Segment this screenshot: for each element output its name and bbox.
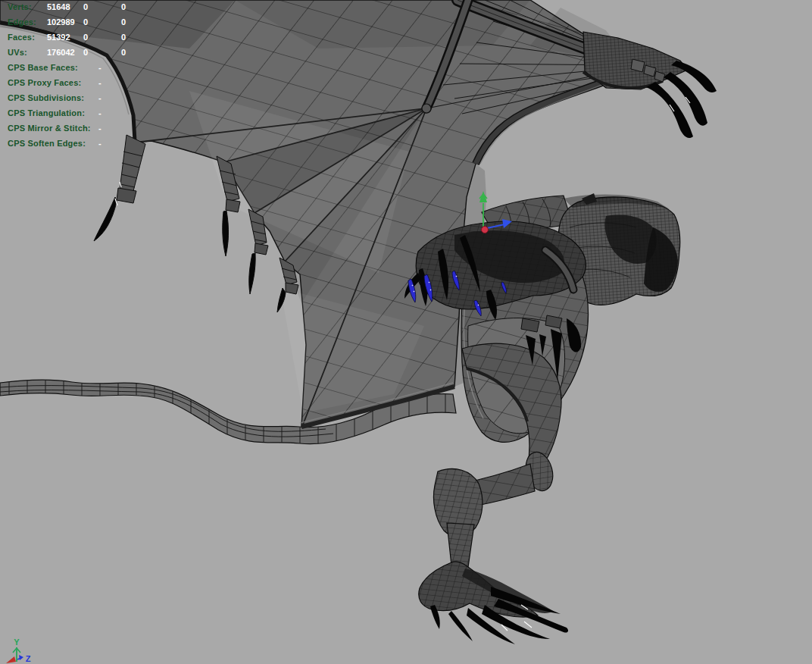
finger-bone[interactable] xyxy=(120,135,145,191)
scene-canvas[interactable]: Y Z xyxy=(0,0,812,664)
claw[interactable] xyxy=(94,197,117,241)
manipulator-center-handle[interactable] xyxy=(482,227,489,233)
axis-y-label: Y xyxy=(14,637,20,647)
claw[interactable] xyxy=(223,211,229,256)
wingtip-hand[interactable] xyxy=(583,32,717,138)
knuckle[interactable] xyxy=(117,188,136,203)
knuckle[interactable] xyxy=(255,243,268,255)
knuckle[interactable] xyxy=(286,283,298,294)
dragon-model[interactable] xyxy=(0,0,717,644)
axis-z-label: Z xyxy=(26,654,31,663)
axis-indicator: Y Z xyxy=(6,637,31,663)
axis-z-arrow-icon xyxy=(19,655,23,660)
viewport-3d[interactable]: Y Z Verts: 51648 0 0 Edges: 102989 0 0 F… xyxy=(0,0,812,664)
knuckle[interactable] xyxy=(226,199,240,212)
axis-x-arrow-icon xyxy=(6,656,16,663)
claw[interactable] xyxy=(249,253,255,294)
metatarsus-wireframe xyxy=(447,523,474,567)
